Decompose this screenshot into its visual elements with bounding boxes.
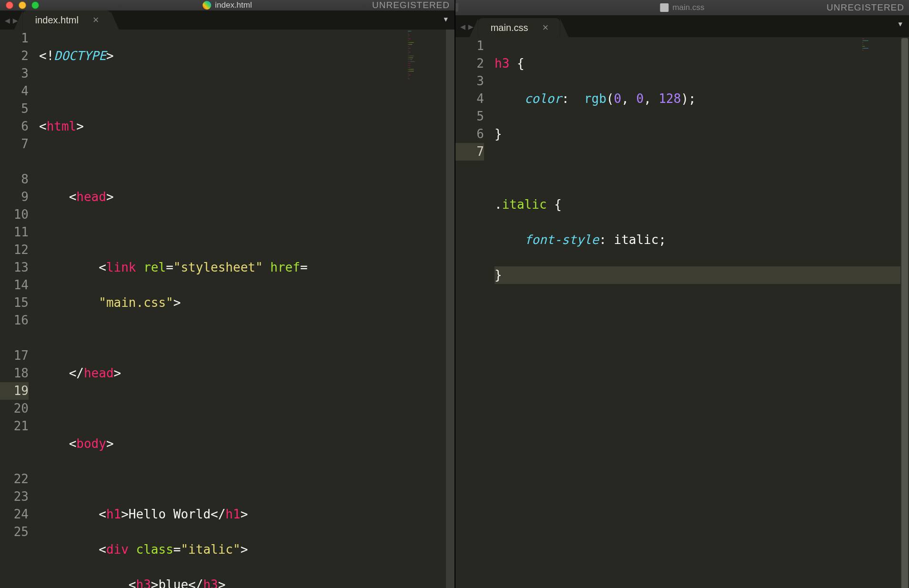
window-controls (6, 1, 39, 9)
code-area[interactable]: h3 { color: rgb(0, 0, 128); } .italic { … (493, 37, 909, 588)
editor-right[interactable]: 1234567 h3 { color: rgb(0, 0, 128); } .i… (455, 37, 909, 588)
tab-index-html[interactable]: index.html × (23, 10, 111, 30)
app-root: index.html UNREGISTERED ◀ ▶ index.html ×… (0, 0, 909, 588)
minimize-window-button[interactable] (19, 1, 26, 9)
close-tab-icon[interactable]: × (543, 21, 549, 34)
close-window-button[interactable] (6, 1, 13, 9)
left-editor-pane: index.html UNREGISTERED ◀ ▶ index.html ×… (0, 0, 455, 588)
right-editor-pane: main.css UNREGISTERED ◀ ▶ main.css × ▼ 1… (455, 0, 909, 588)
file-icon (660, 3, 668, 12)
tab-label: index.html (35, 15, 79, 26)
nav-back-icon[interactable]: ◀ (5, 15, 10, 25)
tabbar-menu-icon[interactable]: ▼ (444, 15, 448, 23)
tabbar-left: ◀ ▶ index.html × ▼ (0, 10, 454, 30)
nav-back-icon[interactable]: ◀ (460, 21, 465, 31)
maximize-window-button[interactable] (457, 3, 458, 12)
window-title: main.css (660, 3, 704, 12)
registration-status: UNREGISTERED (372, 0, 450, 10)
line-gutter: 1234567891011121314151617181920212223242… (0, 30, 37, 588)
nav-forward-icon[interactable]: ▶ (468, 21, 474, 31)
titlebar-right[interactable]: main.css UNREGISTERED (455, 0, 909, 15)
maximize-window-button[interactable] (31, 1, 39, 9)
close-tab-icon[interactable]: × (93, 14, 99, 26)
tab-main-css[interactable]: main.css × (478, 18, 560, 37)
vertical-scrollbar[interactable] (446, 30, 454, 588)
line-gutter: 1234567 (455, 37, 493, 588)
window-controls-inactive (455, 3, 458, 12)
window-title: index.html (202, 0, 252, 10)
titlebar-left[interactable]: index.html UNREGISTERED (0, 0, 454, 10)
registration-status: UNREGISTERED (827, 2, 904, 13)
window-title-text: index.html (215, 0, 252, 10)
vertical-scrollbar[interactable] (900, 37, 909, 588)
editor-left[interactable]: 1234567891011121314151617181920212223242… (0, 30, 454, 588)
chrome-icon (202, 1, 211, 10)
tabbar-right: ◀ ▶ main.css × ▼ (455, 15, 909, 37)
code-area[interactable]: <!DOCTYPE> <html> <head> <link rel="styl… (37, 30, 454, 588)
tab-label: main.css (491, 22, 528, 33)
tabbar-menu-icon[interactable]: ▼ (899, 20, 902, 28)
window-title-text: main.css (672, 3, 704, 12)
